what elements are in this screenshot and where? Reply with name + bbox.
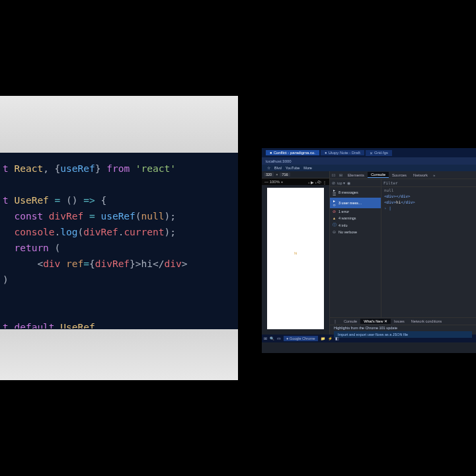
whatsnew-card[interactable]: Import and export user flows as a JSON f… — [334, 331, 472, 338]
tab-network[interactable]: Network — [410, 173, 431, 178]
taskbar-app[interactable]: ⚡ — [328, 337, 333, 340]
drawer-tab-issues[interactable]: Issues — [391, 319, 408, 324]
inspect-icon[interactable]: ⊡ — [330, 173, 337, 177]
code-line: <div ref={divRef}>hi</div> — [3, 256, 238, 272]
console-line: <div>hi</div> — [381, 199, 476, 205]
close-icon: ✕ — [370, 151, 373, 155]
device-screen[interactable]: hi — [267, 188, 324, 329]
console-prompt[interactable]: › | — [381, 205, 476, 211]
taskbar-app[interactable]: ◧ — [335, 337, 339, 340]
user-messages-filter[interactable]: ▸ ☺3 user mess… — [330, 198, 381, 208]
browser-tab[interactable]: ●Conflict - paradigma.co. — [266, 150, 319, 155]
mobile-preview-pane: 320 × 716 — 100% + ‹ ▶ › 〄 ⋮ hi — [262, 171, 329, 335]
tab-sources[interactable]: Sources — [389, 173, 410, 178]
code-area: t React, {useRef} from 'react' t UseRef … — [0, 153, 238, 329]
height-input[interactable]: 716 — [280, 173, 290, 177]
messages-filter[interactable]: ▸ ☰8 messages — [330, 187, 381, 198]
url-bar[interactable]: localhost:3000 — [262, 157, 476, 165]
code-line: t React, {useRef} from 'react' — [3, 161, 238, 177]
browser-tab[interactable]: ●Utopy Note - Draft — [321, 150, 364, 155]
bookmark-item[interactable]: More — [303, 166, 312, 170]
bookmark-item[interactable]: Blvd — [274, 166, 282, 170]
width-input[interactable]: 320 — [264, 173, 274, 177]
code-line: t UseRef = () => { — [3, 192, 238, 208]
console-line: <div></div> — [381, 193, 476, 199]
clear-icon[interactable]: ⊘ — [332, 181, 335, 185]
drawer-tab-network-conditions[interactable]: Network conditions — [408, 319, 445, 324]
console-line: null — [381, 187, 476, 193]
filter-input[interactable]: Filter — [383, 180, 398, 185]
taskbar-app[interactable]: 📁 — [321, 337, 325, 340]
code-editor-panel: t React, {useRef} from 'react' t UseRef … — [0, 96, 238, 380]
code-line: ) — [3, 272, 238, 288]
device-toggle-icon[interactable]: ⊞ — [337, 173, 344, 177]
playback-controls[interactable]: ‹ ▶ › 〄 ⋮ — [308, 180, 327, 184]
console-sidebar: ⊘ top ▾ ◉ ▸ ☰8 messages ▸ ☺3 user mess… … — [330, 179, 381, 317]
search-icon[interactable]: 🔍 — [270, 337, 274, 340]
media-controls: — 100% + ‹ ▶ › 〄 ⋮ — [262, 178, 329, 185]
drawer-tab-console[interactable]: Console — [340, 319, 360, 324]
warnings-filter[interactable]: ▲4 warnings — [330, 215, 381, 221]
errors-filter[interactable]: ⊘1 error — [330, 208, 381, 215]
browser-tab[interactable]: ✕Grid.fgs — [366, 150, 392, 156]
bookmark-item[interactable]: YouTube — [286, 166, 300, 170]
device-toolbar: 320 × 716 — [262, 171, 329, 178]
tab-favicon-icon: ● — [325, 151, 327, 155]
devtools-drawer: ⋮ Console What's New ✕ Issues Network co… — [330, 317, 476, 335]
tab-elements[interactable]: Elements — [344, 173, 368, 178]
zoom-controls[interactable]: — 100% + — [264, 180, 283, 184]
browser-window: ●Conflict - paradigma.co. ●Utopy Note - … — [262, 148, 476, 353]
live-expression-icon[interactable]: ◉ — [347, 181, 350, 185]
tab-favicon-icon: ● — [270, 151, 272, 155]
tab-console[interactable]: Console — [368, 172, 389, 178]
task-view-icon[interactable]: ▭ — [277, 337, 281, 340]
code-line: console.log(divRef.current); — [3, 224, 238, 240]
verbose-filter[interactable]: ⊝No verbose — [330, 229, 381, 235]
start-button[interactable]: ⊞ — [264, 337, 267, 340]
code-line: t default UseRef — [3, 319, 238, 329]
info-filter[interactable]: ⓘ4 info — [330, 221, 381, 229]
taskbar-app-chrome[interactable]: ● Google Chrome — [284, 336, 318, 341]
drawer-tab-whatsnew[interactable]: What's New ✕ — [360, 319, 391, 324]
star-icon[interactable]: ☆ — [267, 166, 270, 170]
devtools-panel: ⊡ ⊞ Elements Console Sources Network » ⊘… — [329, 171, 476, 335]
code-line: const divRef = useRef(null); — [3, 208, 238, 224]
drawer-menu-icon[interactable]: ⋮ — [330, 319, 340, 324]
code-line: return ( — [3, 240, 238, 256]
console-output: Filter null <div></div> <div>hi</div> › … — [381, 179, 476, 317]
url-text: localhost:3000 — [266, 159, 292, 163]
context-selector[interactable]: top ▾ — [337, 181, 345, 185]
whatsnew-title: Highlights from the Chrome 101 update — [334, 326, 472, 330]
bookmark-bar: ☆ Blvd YouTube More — [262, 165, 476, 171]
page-content-text: hi — [294, 251, 297, 255]
more-tabs-icon[interactable]: » — [431, 173, 437, 177]
devtools-tabs: ⊡ ⊞ Elements Console Sources Network » — [330, 171, 476, 179]
browser-tab-strip: ●Conflict - paradigma.co. ●Utopy Note - … — [262, 148, 476, 157]
